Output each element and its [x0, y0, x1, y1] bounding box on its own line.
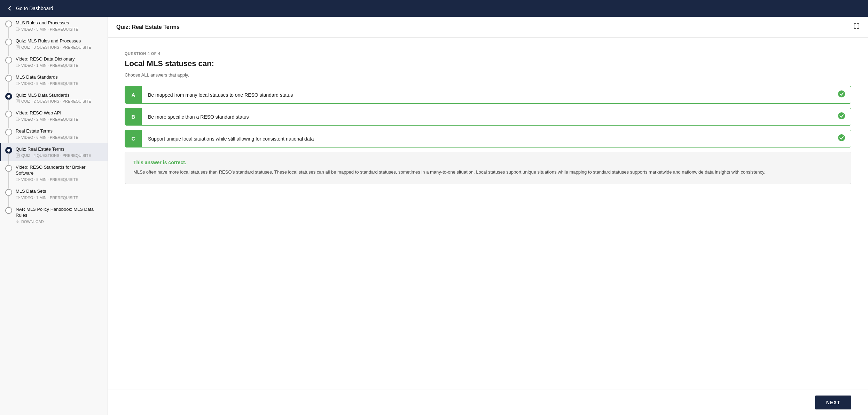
sidebar-item-content: Video: RESO Web APIVIDEO · 2 MIN · PRERE…	[16, 110, 102, 121]
top-navigation: Go to Dashboard	[0, 0, 868, 17]
video-icon	[16, 81, 20, 86]
sidebar-item[interactable]: Real Estate TermsVIDEO · 6 MIN · PREREQU…	[0, 125, 108, 143]
feedback-box: This answer is correct. MLSs often have …	[125, 152, 851, 184]
sidebar-item-circle	[5, 75, 12, 82]
quiz-title: Quiz: Real Estate Terms	[116, 24, 180, 30]
answer-text: Be mapped from many local statuses to on…	[142, 87, 832, 103]
sidebar-item[interactable]: Video: RESO Standards for Broker Softwar…	[0, 161, 108, 185]
sidebar-item-content: Video: RESO Data DictionaryVIDEO · 1 MIN…	[16, 56, 102, 67]
sidebar-item-title: MLS Data Standards	[16, 74, 102, 80]
sidebar-item[interactable]: Quiz: Real Estate TermsQUIZ · 4 QUESTION…	[0, 143, 108, 161]
feedback-text: MLSs often have more local statuses than…	[133, 169, 843, 176]
svg-rect-11	[16, 118, 19, 121]
video-icon	[16, 27, 20, 31]
svg-rect-5	[16, 64, 19, 67]
sidebar-item-title: Video: RESO Standards for Broker Softwar…	[16, 165, 102, 176]
sidebar-item[interactable]: Quiz: MLS Rules and ProcessesQUIZ · 3 QU…	[0, 35, 108, 53]
question-label: QUESTION 4 OF 4	[125, 51, 851, 56]
svg-rect-17	[16, 178, 19, 181]
sidebar-item-meta: VIDEO · 6 MIN · PREREQUISITE	[16, 135, 102, 139]
back-to-dashboard-button[interactable]: Go to Dashboard	[6, 3, 53, 14]
sidebar-item-title: MLS Data Sets	[16, 189, 102, 194]
sidebar-item-meta: QUIZ · 3 QUESTIONS · PREREQUISITE	[16, 45, 102, 49]
answer-letter: B	[125, 108, 142, 125]
svg-point-20	[838, 112, 845, 119]
sidebar-item-circle	[5, 165, 12, 172]
sidebar-item[interactable]: MLS Rules and ProcessesVIDEO · 5 MIN · P…	[0, 17, 108, 35]
quiz-icon	[16, 153, 20, 158]
check-icon	[832, 134, 851, 143]
sidebar-item-circle	[5, 189, 12, 196]
question-text: Local MLS statuses can:	[125, 59, 851, 68]
content-header: Quiz: Real Estate Terms	[108, 17, 868, 38]
answer-letter: C	[125, 130, 142, 147]
sidebar-item-title: Quiz: MLS Data Standards	[16, 93, 102, 98]
check-icon	[832, 90, 851, 99]
sidebar-item[interactable]: Video: RESO Web APIVIDEO · 2 MIN · PRERE…	[0, 107, 108, 125]
sidebar-item-content: Real Estate TermsVIDEO · 6 MIN · PREREQU…	[16, 128, 102, 139]
sidebar-item-meta: VIDEO · 7 MIN · PREREQUISITE	[16, 195, 102, 200]
answers-container: A Be mapped from many local statuses to …	[125, 86, 851, 147]
course-sidebar: MLS Rules and ProcessesVIDEO · 5 MIN · P…	[0, 17, 108, 415]
sidebar-item[interactable]: Video: RESO Data DictionaryVIDEO · 1 MIN…	[0, 53, 108, 71]
answer-option[interactable]: B Be more specific than a RESO standard …	[125, 108, 851, 126]
feedback-title: This answer is correct.	[133, 160, 843, 165]
sidebar-item-title: Real Estate Terms	[16, 128, 102, 134]
content-body: QUESTION 4 OF 4 Local MLS statuses can: …	[108, 38, 868, 390]
svg-rect-0	[16, 28, 19, 31]
sidebar-item-content: Video: RESO Standards for Broker Softwar…	[16, 165, 102, 182]
back-label: Go to Dashboard	[16, 6, 53, 11]
svg-rect-12	[16, 136, 19, 139]
quiz-icon	[16, 99, 20, 103]
sidebar-item-circle	[5, 147, 12, 154]
sidebar-item-title: Video: RESO Data Dictionary	[16, 56, 102, 62]
video-icon	[16, 135, 20, 139]
sidebar-item-circle	[5, 57, 12, 64]
main-layout: MLS Rules and ProcessesVIDEO · 5 MIN · P…	[0, 17, 868, 415]
video-icon	[16, 117, 20, 121]
sidebar-item-content: MLS Data StandardsVIDEO · 5 MIN · PREREQ…	[16, 74, 102, 86]
download-icon	[16, 220, 20, 224]
sidebar-item[interactable]: NAR MLS Policy Handbook: MLS Data RulesD…	[0, 203, 108, 227]
svg-point-21	[838, 134, 845, 141]
sidebar-item-meta: VIDEO · 5 MIN · PREREQUISITE	[16, 81, 102, 86]
svg-point-19	[838, 90, 845, 97]
back-arrow-icon	[6, 5, 13, 12]
expand-button[interactable]	[853, 23, 860, 31]
quiz-icon	[16, 45, 20, 49]
sidebar-item-circle	[5, 21, 12, 27]
video-icon	[16, 195, 20, 200]
sidebar-item-title: Quiz: MLS Rules and Processes	[16, 38, 102, 44]
answer-option[interactable]: C Support unique local situations while …	[125, 130, 851, 147]
video-icon	[16, 63, 20, 67]
sidebar-item[interactable]: Quiz: MLS Data StandardsQUIZ · 2 QUESTIO…	[0, 89, 108, 107]
content-footer: NEXT	[108, 390, 868, 415]
sidebar-item-meta: QUIZ · 4 QUESTIONS · PREREQUISITE	[16, 153, 102, 158]
sidebar-item-circle	[5, 93, 12, 100]
sidebar-item-title: NAR MLS Policy Handbook: MLS Data Rules	[16, 207, 102, 218]
answer-letter: A	[125, 86, 142, 103]
sidebar-item-content: Quiz: MLS Rules and ProcessesQUIZ · 3 QU…	[16, 38, 102, 49]
sidebar-item-content: Quiz: Real Estate TermsQUIZ · 4 QUESTION…	[16, 146, 102, 158]
answer-text: Be more specific than a RESO standard st…	[142, 109, 832, 125]
sidebar-item-meta: VIDEO · 1 MIN · PREREQUISITE	[16, 63, 102, 67]
sidebar-item-meta: VIDEO · 5 MIN · PREREQUISITE	[16, 177, 102, 182]
next-button[interactable]: NEXT	[815, 396, 851, 409]
sidebar-item-content: MLS Data SetsVIDEO · 7 MIN · PREREQUISIT…	[16, 189, 102, 200]
sidebar-item-circle	[5, 207, 12, 214]
sidebar-item-meta: VIDEO · 2 MIN · PREREQUISITE	[16, 117, 102, 121]
sidebar-item-title: Quiz: Real Estate Terms	[16, 146, 102, 152]
video-icon	[16, 177, 20, 182]
sidebar-item[interactable]: MLS Data StandardsVIDEO · 5 MIN · PREREQ…	[0, 71, 108, 89]
sidebar-item-title: Video: RESO Web API	[16, 110, 102, 116]
sidebar-item-content: Quiz: MLS Data StandardsQUIZ · 2 QUESTIO…	[16, 93, 102, 104]
svg-rect-6	[16, 82, 19, 85]
sidebar-item-circle	[5, 111, 12, 118]
sidebar-item-meta: QUIZ · 2 QUESTIONS · PREREQUISITE	[16, 99, 102, 103]
sidebar-item[interactable]: MLS Data SetsVIDEO · 7 MIN · PREREQUISIT…	[0, 185, 108, 203]
sidebar-item-title: MLS Rules and Processes	[16, 20, 102, 26]
instruction-text: Choose ALL answers that apply.	[125, 72, 851, 78]
svg-rect-18	[16, 196, 19, 199]
sidebar-item-meta: VIDEO · 5 MIN · PREREQUISITE	[16, 27, 102, 31]
answer-option[interactable]: A Be mapped from many local statuses to …	[125, 86, 851, 104]
